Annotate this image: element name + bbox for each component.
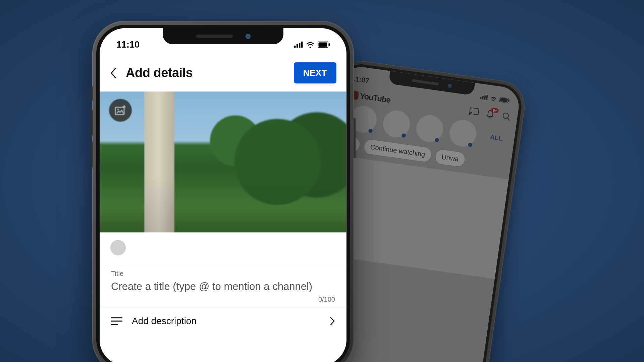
battery-icon [499, 97, 510, 103]
device-notch [163, 28, 283, 44]
youtube-wordmark: YouTube [359, 91, 391, 105]
svg-rect-5 [500, 98, 508, 102]
svg-rect-14 [301, 42, 303, 48]
video-thumbnail-preview [100, 92, 346, 232]
add-description-label: Add description [132, 316, 197, 326]
svg-rect-16 [319, 43, 327, 47]
channel-avatar [110, 240, 126, 255]
cast-icon[interactable] [469, 107, 479, 117]
description-lines-icon [111, 317, 122, 325]
svg-rect-12 [297, 44, 298, 48]
svg-rect-7 [470, 108, 479, 115]
page-header: Add details NEXT [100, 53, 346, 92]
channel-row[interactable] [100, 232, 346, 263]
svg-rect-3 [486, 95, 488, 100]
change-thumbnail-button[interactable] [109, 99, 132, 122]
battery-icon [318, 42, 330, 48]
svg-rect-0 [480, 97, 482, 99]
svg-rect-2 [484, 96, 486, 100]
image-add-icon [115, 105, 126, 115]
svg-line-10 [507, 118, 510, 121]
page-title: Add details [126, 66, 193, 80]
cellular-icon [294, 42, 303, 48]
add-description-row[interactable]: Add description [100, 307, 346, 335]
cellular-icon [480, 94, 488, 100]
svg-rect-6 [508, 99, 510, 102]
story-avatar[interactable] [415, 114, 445, 144]
bell-icon[interactable]: 9+ [485, 109, 495, 119]
title-label: Title [111, 270, 335, 278]
status-time: 11:10 [116, 40, 140, 50]
next-button[interactable]: NEXT [294, 62, 336, 83]
title-field[interactable]: Title Create a title (type @ to mention … [100, 263, 346, 307]
svg-rect-17 [329, 43, 330, 46]
story-avatar[interactable] [448, 118, 478, 148]
svg-point-19 [117, 109, 119, 110]
svg-rect-13 [299, 43, 301, 48]
title-counter: 0/100 [111, 296, 335, 303]
wifi-icon [306, 41, 315, 48]
story-avatar[interactable] [381, 109, 412, 139]
chevron-right-icon [330, 316, 335, 326]
svg-point-9 [503, 113, 509, 119]
chip-unwatched[interactable]: Unwa [434, 148, 466, 168]
stories-all-link[interactable]: ALL [490, 133, 503, 142]
title-input[interactable]: Create a title (type @ to mention a chan… [111, 280, 335, 294]
svg-rect-18 [115, 107, 124, 115]
search-icon[interactable] [501, 112, 511, 121]
phone-front: 11:10 [92, 21, 354, 362]
svg-rect-11 [294, 46, 296, 48]
wifi-icon [490, 95, 498, 102]
svg-rect-1 [482, 96, 484, 100]
back-button[interactable] [110, 67, 117, 79]
